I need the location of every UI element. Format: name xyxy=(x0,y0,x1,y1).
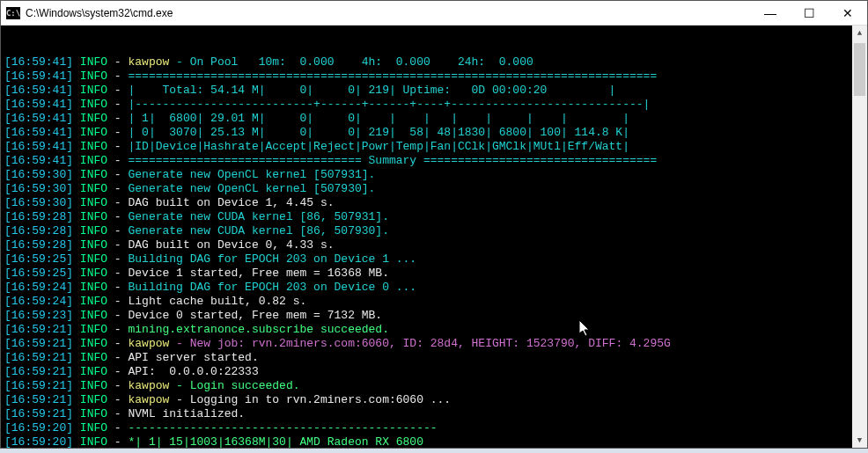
log-line: [16:59:21] INFO - kawpow - Logging in to… xyxy=(4,393,864,407)
log-line: [16:59:20] INFO - *| 1| 15|1003|16368M|3… xyxy=(4,435,864,448)
titlebar[interactable]: C:\ C:\Windows\system32\cmd.exe — ☐ ✕ xyxy=(1,1,867,26)
log-line: [16:59:23] INFO - Device 0 started, Free… xyxy=(4,309,864,323)
taskbar xyxy=(0,449,868,453)
log-line: [16:59:41] INFO - |---------------------… xyxy=(4,98,864,112)
log-line: [16:59:41] INFO - | 0| 3070| 25.13 M| 0|… xyxy=(4,126,864,140)
log-line: [16:59:24] INFO - Building DAG for EPOCH… xyxy=(4,281,864,295)
log-line: [16:59:21] INFO - NVML initialized. xyxy=(4,407,864,421)
log-line: [16:59:21] INFO - mining.extranonce.subs… xyxy=(4,323,864,337)
log-line: [16:59:21] INFO - API: 0.0.0.0:22333 xyxy=(4,365,864,379)
scroll-thumb[interactable] xyxy=(854,43,865,96)
log-line: [16:59:20] INFO - ----------------------… xyxy=(4,421,864,435)
scroll-down-arrow[interactable]: ▼ xyxy=(852,433,867,448)
log-line: [16:59:28] INFO - DAG built on Device 0,… xyxy=(4,238,864,252)
log-line: [16:59:21] INFO - kawpow - Login succeed… xyxy=(4,379,864,393)
terminal-output[interactable]: [16:59:41] INFO - kawpow - On Pool 10m: … xyxy=(1,26,867,448)
log-line: [16:59:24] INFO - Light cache built, 0.8… xyxy=(4,295,864,309)
log-line: [16:59:28] INFO - Generate new CUDA kern… xyxy=(4,224,864,238)
log-line: [16:59:41] INFO - ======================… xyxy=(4,69,864,84)
window-title: C:\Windows\system32\cmd.exe xyxy=(26,7,751,19)
close-button[interactable]: ✕ xyxy=(828,1,867,25)
log-line: [16:59:28] INFO - Generate new CUDA kern… xyxy=(4,210,864,224)
scroll-up-arrow[interactable]: ▲ xyxy=(852,26,867,40)
minimize-button[interactable]: — xyxy=(751,1,790,25)
window-controls: — ☐ ✕ xyxy=(751,1,867,25)
log-line: [16:59:41] INFO - | 1| 6800| 29.01 M| 0|… xyxy=(4,112,864,126)
log-line: [16:59:25] INFO - Building DAG for EPOCH… xyxy=(4,252,864,267)
cmd-window: C:\ C:\Windows\system32\cmd.exe — ☐ ✕ [1… xyxy=(0,0,868,449)
log-line: [16:59:25] INFO - Device 1 started, Free… xyxy=(4,267,864,281)
log-line: [16:59:30] INFO - Generate new OpenCL ke… xyxy=(4,182,864,196)
scrollbar[interactable]: ▲ ▼ xyxy=(852,26,867,448)
log-line: [16:59:21] INFO - kawpow - New job: rvn.… xyxy=(4,337,864,351)
maximize-button[interactable]: ☐ xyxy=(790,1,828,25)
log-line: [16:59:30] INFO - DAG built on Device 1,… xyxy=(4,196,864,210)
log-line: [16:59:41] INFO - kawpow - On Pool 10m: … xyxy=(4,55,864,69)
log-line: [16:59:41] INFO - | Total: 54.14 M| 0| 0… xyxy=(4,84,864,98)
log-line: [16:59:41] INFO - ======================… xyxy=(4,154,864,168)
log-line: [16:59:21] INFO - API server started. xyxy=(4,351,864,365)
cmd-icon: C:\ xyxy=(6,7,20,19)
log-line: [16:59:41] INFO - |ID|Device|Hashrate|Ac… xyxy=(4,140,864,154)
log-line: [16:59:30] INFO - Generate new OpenCL ke… xyxy=(4,168,864,182)
